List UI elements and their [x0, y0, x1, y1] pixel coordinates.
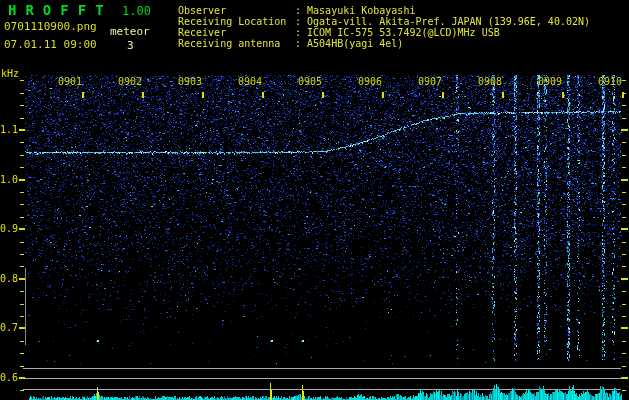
freq-tick-label: 1.0	[0, 174, 18, 185]
time-tick-label: 0903	[177, 77, 203, 87]
spectrogram-canvas	[0, 0, 629, 400]
freq-tick-label: 1.1	[0, 124, 18, 135]
freq-tick-label: 0.8	[0, 273, 18, 284]
time-tick-label: 0904	[237, 77, 263, 87]
time-tick-label: 0910	[597, 77, 623, 87]
time-tick-label: 0902	[117, 77, 143, 87]
freq-tick-label: 0.7	[0, 322, 18, 333]
time-tick-label: 0908	[477, 77, 503, 87]
time-tick-label: 0907	[417, 77, 443, 87]
time-tick-label: 0906	[357, 77, 383, 87]
hrofft-screen: HROFFT 1.00 0701110900.png 07.01.11 09:0…	[0, 0, 629, 400]
time-tick-label: 0901	[57, 77, 83, 87]
freq-tick-label: 0.6	[0, 372, 18, 383]
freq-tick-label: 0.9	[0, 223, 18, 234]
time-tick-label: 0905	[297, 77, 323, 87]
time-tick-label: 0909	[537, 77, 563, 87]
